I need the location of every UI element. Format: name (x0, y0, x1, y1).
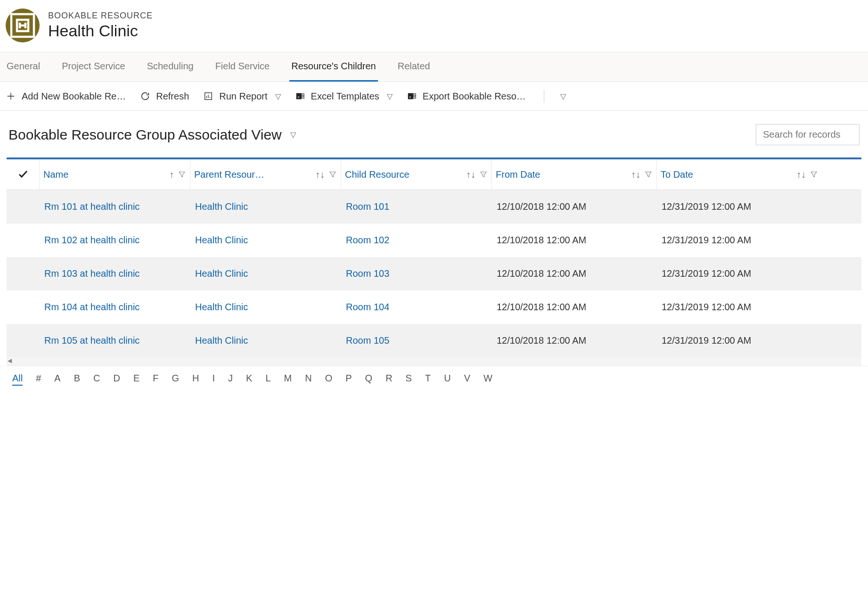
add-new-label: Add New Bookable Re… (22, 91, 126, 102)
export-button[interactable]: x Export Bookable Reso… (407, 91, 526, 102)
table-row[interactable]: Rm 103 at health clinic Health Clinic Ro… (7, 257, 861, 290)
alpha-all[interactable]: All (12, 373, 23, 386)
row-selector[interactable] (7, 190, 40, 223)
sort-icon: ↑↓ (466, 169, 475, 180)
cell-name[interactable]: Rm 101 at health clinic (40, 190, 190, 223)
cell-parent[interactable]: Health Clinic (190, 257, 341, 290)
tab-related[interactable]: Related (396, 52, 432, 82)
svg-rect-4 (301, 95, 304, 97)
refresh-icon (140, 91, 150, 101)
record-header: BOOKABLE RESOURCE Health Clinic (0, 0, 868, 52)
record-type-label: BOOKABLE RESOURCE (48, 11, 153, 21)
alpha-k[interactable]: K (246, 373, 252, 386)
entity-icon (6, 8, 40, 42)
filter-icon[interactable] (328, 170, 337, 179)
row-selector[interactable] (7, 324, 40, 357)
refresh-button[interactable]: Refresh (140, 91, 189, 102)
cell-parent[interactable]: Health Clinic (190, 324, 341, 357)
tab-field-service[interactable]: Field Service (213, 52, 272, 82)
alpha-s[interactable]: S (406, 373, 412, 386)
alpha-q[interactable]: Q (365, 373, 373, 386)
view-title-text: Bookable Resource Group Associated View (8, 127, 282, 143)
alpha-h[interactable]: H (192, 373, 199, 386)
filter-icon[interactable] (178, 170, 186, 179)
chevron-down-icon: ▽ (560, 92, 566, 101)
tab-scheduling[interactable]: Scheduling (145, 52, 196, 82)
alpha-r[interactable]: R (385, 373, 392, 386)
column-header-name[interactable]: Name ↑ (40, 159, 190, 190)
cell-name[interactable]: Rm 103 at health clinic (40, 257, 190, 290)
cell-name[interactable]: Rm 105 at health clinic (40, 324, 190, 357)
column-header-child-resource[interactable]: Child Resource ↑↓ (341, 159, 492, 190)
tab-resources-children[interactable]: Resource's Children (289, 52, 377, 82)
excel-templates-button[interactable]: x Excel Templates ▽ (295, 91, 393, 102)
alpha-n[interactable]: N (305, 373, 311, 386)
table-row[interactable]: Rm 105 at health clinic Health Clinic Ro… (7, 324, 861, 357)
alpha-d[interactable]: D (114, 373, 120, 386)
plus-icon (6, 91, 16, 101)
column-header-from-date[interactable]: From Date ↑↓ (492, 159, 657, 190)
cell-name[interactable]: Rm 102 at health clinic (40, 223, 190, 257)
cell-child[interactable]: Room 105 (341, 324, 492, 357)
alpha-p[interactable]: P (345, 373, 352, 386)
cell-from: 12/10/2018 12:00 AM (492, 290, 657, 324)
alpha-v[interactable]: V (464, 373, 470, 386)
alpha-hash[interactable]: # (36, 373, 41, 386)
select-all-column[interactable] (7, 159, 40, 190)
cell-child[interactable]: Room 102 (341, 223, 492, 257)
row-selector[interactable] (7, 223, 40, 257)
alpha-filter-bar: All # A B C D E F G H I J K L M N O P Q … (0, 366, 868, 392)
grid: Name ↑ Parent Resour… ↑↓ Child Resource … (7, 157, 861, 357)
alpha-i[interactable]: I (213, 373, 215, 386)
add-new-button[interactable]: Add New Bookable Re… (6, 91, 126, 102)
report-icon (203, 91, 213, 101)
command-separator (544, 90, 544, 103)
alpha-l[interactable]: L (265, 373, 270, 386)
cell-child[interactable]: Room 104 (341, 290, 492, 324)
search-box[interactable] (756, 124, 860, 145)
row-selector[interactable] (7, 290, 40, 324)
alpha-b[interactable]: B (74, 373, 80, 386)
more-commands-button[interactable]: ▽ (558, 92, 566, 101)
sort-icon: ↑↓ (315, 169, 325, 180)
alpha-g[interactable]: G (172, 373, 180, 386)
row-selector[interactable] (7, 257, 40, 290)
cell-from: 12/10/2018 12:00 AM (492, 223, 657, 257)
alpha-j[interactable]: J (228, 373, 233, 386)
filter-icon[interactable] (644, 170, 653, 179)
cell-name[interactable]: Rm 104 at health clinic (40, 290, 190, 324)
cell-parent[interactable]: Health Clinic (190, 290, 341, 324)
cell-child[interactable]: Room 101 (341, 190, 492, 223)
alpha-a[interactable]: A (54, 373, 60, 386)
svg-text:x: x (409, 95, 411, 99)
alpha-o[interactable]: O (325, 373, 333, 386)
alpha-t[interactable]: T (425, 373, 431, 386)
tab-general[interactable]: General (5, 52, 42, 82)
chevron-down-icon: ▽ (275, 92, 281, 101)
table-row[interactable]: Rm 101 at health clinic Health Clinic Ro… (7, 190, 861, 223)
search-input[interactable] (763, 129, 852, 140)
alpha-e[interactable]: E (133, 373, 139, 386)
svg-rect-9 (413, 95, 416, 97)
cell-parent[interactable]: Health Clinic (190, 190, 341, 223)
cell-child[interactable]: Room 103 (341, 257, 492, 290)
filter-icon[interactable] (479, 170, 488, 179)
table-row[interactable]: Rm 102 at health clinic Health Clinic Ro… (7, 223, 861, 257)
filter-icon[interactable] (810, 170, 818, 179)
check-icon (17, 169, 29, 180)
alpha-f[interactable]: F (153, 373, 158, 386)
column-header-parent-resource[interactable]: Parent Resour… ↑↓ (190, 159, 341, 190)
view-selector[interactable]: Bookable Resource Group Associated View … (8, 127, 296, 143)
column-header-to-date[interactable]: To Date ↑↓ (657, 159, 822, 190)
tab-project-service[interactable]: Project Service (60, 52, 127, 82)
alpha-w[interactable]: W (483, 373, 492, 386)
run-report-button[interactable]: Run Report ▽ (203, 91, 280, 102)
horizontal-scrollbar[interactable] (7, 357, 861, 366)
cell-to: 12/31/2019 12:00 AM (657, 290, 822, 324)
alpha-m[interactable]: M (284, 373, 292, 386)
command-bar: Add New Bookable Re… Refresh Run Report … (0, 82, 868, 111)
alpha-c[interactable]: C (93, 373, 100, 386)
cell-parent[interactable]: Health Clinic (190, 223, 341, 257)
alpha-u[interactable]: U (444, 373, 450, 386)
table-row[interactable]: Rm 104 at health clinic Health Clinic Ro… (7, 290, 861, 324)
